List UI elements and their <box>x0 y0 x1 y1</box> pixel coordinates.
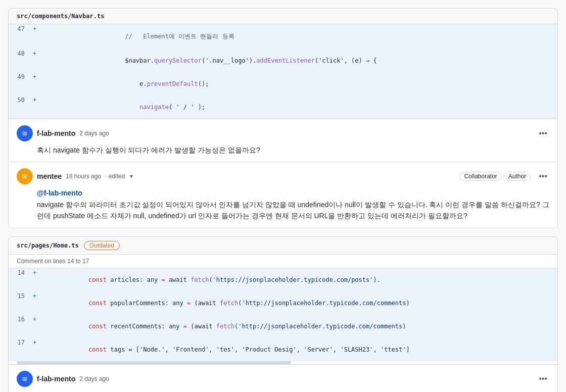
comment-time: 18 hours ago <box>66 173 101 180</box>
comment-thread: ≋ f-lab-mento 2 days ago ••• 이 부분에 대한 에이… <box>9 364 557 392</box>
code-comment: // Element에 이벤트 핸들러 등록 <box>81 33 234 40</box>
diff-row: 48 + $navbar.querySelector('.nav__logo')… <box>9 49 557 72</box>
review-section-navbar: src/components/Navbar.ts 47 + // Element… <box>8 8 558 228</box>
author-badge: Author <box>504 172 531 181</box>
diff-plus: + <box>29 268 40 291</box>
diff-table-home: 14 + const articles: any = await fetch('… <box>9 268 557 361</box>
diff-row: 17 + const tags = ['Node.', 'Frontend', … <box>9 338 557 361</box>
diff-code: const popularComments: any = (await fetc… <box>40 291 557 315</box>
diff-plus: + <box>29 338 40 361</box>
diff-row: 15 + const popularComments: any = (await… <box>9 291 557 315</box>
line-number: 47 <box>9 24 29 49</box>
more-options-button[interactable]: ••• <box>537 128 549 139</box>
comment-time: 2 days ago <box>79 375 109 382</box>
more-options-button[interactable]: ••• <box>537 373 549 384</box>
diff-row: 16 + const recentComments: any = (await … <box>9 315 557 338</box>
file-name-home: src/pages/Home.ts <box>17 242 79 249</box>
comment-lines-info: Comment on lines 14 to 17 <box>9 255 557 268</box>
diff-plus: + <box>29 49 40 72</box>
collaborator-badge: Collaborator <box>459 172 501 181</box>
line-number: 49 <box>9 72 29 95</box>
file-header-navbar: src/components/Navbar.ts <box>9 9 557 24</box>
line-number: 50 <box>9 95 29 119</box>
avatar: ≋ <box>17 125 33 141</box>
diff-row: 47 + // Element에 이벤트 핸들러 등록 <box>9 24 557 49</box>
comment-header: ≋ f-lab-mento 2 days ago ••• <box>17 125 549 141</box>
comment-item: ≋ f-lab-mento 2 days ago ••• 혹시 navigate… <box>9 119 557 162</box>
diff-code: const tags = ['Node.', 'Frontend', 'tes'… <box>40 338 557 361</box>
comment-author: mentee <box>37 172 62 180</box>
line-number: 17 <box>9 338 29 361</box>
diff-table-navbar: 47 + // Element에 이벤트 핸들러 등록 48 + $navbar… <box>9 24 557 119</box>
outdated-badge: Outdated <box>84 241 120 250</box>
diff-row: 50 + navigate( ' / ' ); <box>9 95 557 119</box>
diff-code: e.preventDefault(); <box>40 72 557 95</box>
diff-code: // Element에 이벤트 핸들러 등록 <box>40 24 557 49</box>
diff-code: const recentComments: any = (await fetch… <box>40 315 557 338</box>
badges: Collaborator Author <box>459 172 531 181</box>
comment-time: 2 days ago <box>79 130 109 137</box>
comment-body: 혹시 navigate 함수가 실행이 되다가 에러가 발생할 가능성은 없을까… <box>17 144 549 156</box>
diff-code: const articles: any = await fetch('https… <box>40 268 557 291</box>
diff-code: $navbar.querySelector('.nav__logo').addE… <box>40 49 557 72</box>
diff-plus: + <box>29 72 40 95</box>
diff-row: 49 + e.preventDefault(); <box>9 72 557 95</box>
comment-item: ≋ mentee 18 hours ago · edited ▾ Collabo… <box>9 162 557 227</box>
diff-plus: + <box>29 291 40 315</box>
comment-item: ≋ f-lab-mento 2 days ago ••• 이 부분에 대한 에이… <box>9 365 557 392</box>
comment-body: @f-lab-mento navigate 함수의 파라미터 초기값 설정이 되… <box>17 187 549 221</box>
comment-author: f-lab-mento <box>37 129 75 137</box>
comment-header: ≋ f-lab-mento 2 days ago ••• <box>17 371 549 387</box>
comment-edited: · edited <box>105 173 125 180</box>
comment-body: 이 부분에 대한 에이처리가 안 된 거 같습니다. <box>17 390 549 392</box>
diff-plus: + <box>29 24 40 49</box>
line-number: 16 <box>9 315 29 338</box>
file-header-home: src/pages/Home.ts Outdated <box>9 237 557 255</box>
comment-author: f-lab-mento <box>37 375 75 383</box>
line-number: 15 <box>9 291 29 315</box>
line-number: 48 <box>9 49 29 72</box>
diff-row: 14 + const articles: any = await fetch('… <box>9 268 557 291</box>
more-options-button[interactable]: ••• <box>537 171 549 182</box>
diff-plus: + <box>29 95 40 119</box>
edit-dropdown-icon[interactable]: ▾ <box>130 173 133 180</box>
diff-code: navigate( ' / ' ); <box>40 95 557 119</box>
diff-plus: + <box>29 315 40 338</box>
comment-header: ≋ mentee 18 hours ago · edited ▾ Collabo… <box>17 168 549 184</box>
avatar: ≋ <box>17 371 33 387</box>
file-name-navbar: src/components/Navbar.ts <box>17 13 104 20</box>
avatar: ≋ <box>17 168 33 184</box>
mention: @f-lab-mento <box>37 189 82 197</box>
line-number: 14 <box>9 268 29 291</box>
comment-thread: ≋ f-lab-mento 2 days ago ••• 혹시 navigate… <box>9 119 557 228</box>
review-section-home: src/pages/Home.ts Outdated Comment on li… <box>8 236 558 392</box>
